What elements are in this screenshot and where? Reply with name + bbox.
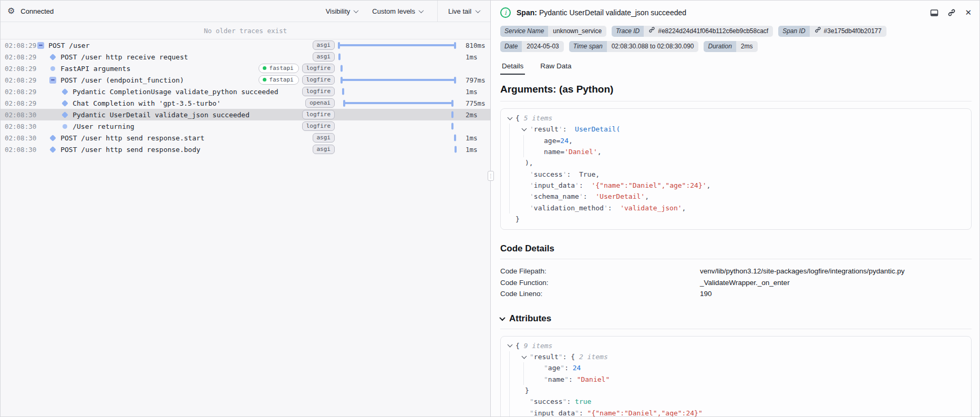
trace-row[interactable]: 02:08:29Chat Completion with 'gpt-3.5-tu… (1, 97, 490, 109)
code-line: } (506, 213, 966, 225)
dock-panel-icon[interactable] (930, 9, 938, 17)
panel-resize-handle[interactable]: ⋮ (488, 171, 494, 181)
code-line: 'input_data': '{"name":"Daniel","age":24… (506, 180, 966, 191)
chevron-down-icon (476, 8, 481, 13)
code-line: name='Daniel', (506, 146, 966, 157)
custom-levels-dropdown-label: Custom levels (372, 7, 415, 15)
trace-row[interactable]: 02:08:29POST /userasgi810ms (1, 39, 490, 51)
duration-label: 1ms (466, 88, 478, 96)
code-detail-row: Code Lineno:190 (500, 288, 972, 300)
code-detail-row: Code Function:_ValidateWrapper._on_enter (500, 277, 972, 289)
trace-row[interactable]: 02:08:30Pydantic UserDetail validate_jso… (1, 109, 490, 120)
trace-badges: asgi (313, 132, 335, 144)
indent-guide (509, 157, 520, 168)
trace-row[interactable]: 02:08:29Pydantic CompletionUsage validat… (1, 86, 490, 97)
scope-badge: logfire (302, 64, 335, 74)
duration-label: 1ms (466, 134, 478, 142)
duration-bar (338, 44, 456, 46)
indent-guide (509, 191, 520, 202)
metadata-chip: Service Nameunknown_service (500, 26, 606, 37)
live-tail-label: Live tail (448, 7, 471, 15)
chip-label: Date (500, 41, 522, 52)
trace-timestamp: 02:08:29 (1, 99, 36, 107)
duration-timeline (338, 97, 458, 109)
chip-label: Duration (704, 41, 736, 52)
trace-badges: asgi (313, 51, 335, 63)
trace-panel-header: ⚙ Connected Visibility Custom levels Liv… (1, 1, 490, 22)
code-details-heading-text: Code Details (500, 243, 554, 254)
code-detail-value: venv/lib/python3.12/site-packages/logfir… (700, 267, 904, 275)
trace-panel-controls: Visibility Custom levels Live tail (326, 1, 490, 22)
settings-gear-icon[interactable]: ⚙ (7, 7, 15, 15)
metadata-chip: Time span02:08:30.088 to 02:08:30.090 (569, 41, 699, 52)
code-details-table: Code Filepath:venv/lib/python3.12/site-p… (500, 266, 972, 300)
code-details-heading: Code Details (500, 243, 972, 259)
scope-badge: fastapi (259, 75, 298, 85)
collapse-chevron-icon[interactable] (506, 340, 515, 351)
duration-timeline (338, 120, 458, 132)
trace-timestamp: 02:08:30 (1, 134, 36, 142)
code-line: age=24, (506, 135, 966, 146)
trace-row[interactable]: 02:08:29POST /user (endpoint_function)fa… (1, 74, 490, 86)
custom-levels-dropdown[interactable]: Custom levels (372, 7, 423, 15)
code-line: } (506, 385, 966, 396)
trace-row[interactable]: 02:08:30POST /user http send response.bo… (1, 144, 490, 155)
link-icon[interactable] (648, 26, 655, 37)
collapse-toggle-icon[interactable] (36, 42, 45, 49)
collapse-chevron-icon[interactable] (520, 351, 530, 362)
span-metadata-chips: Service Nameunknown_serviceTrace ID#e822… (500, 26, 900, 52)
trace-badges: logfire (302, 120, 335, 132)
indent-guide (509, 124, 520, 135)
collapse-section-chevron-icon[interactable] (499, 315, 505, 321)
visibility-dropdown[interactable]: Visibility (326, 7, 358, 15)
chip-label: Span ID (778, 26, 809, 37)
span-title: Span:Pydantic UserDetail validate_json s… (517, 8, 686, 17)
duration-bar (451, 123, 453, 130)
tab-raw-data[interactable]: Raw Data (539, 60, 573, 75)
indent-guide (509, 385, 520, 396)
log-dot-icon (60, 124, 69, 129)
trace-row-list: 02:08:29POST /userasgi810ms02:08:29POST … (1, 39, 490, 155)
trace-span-label: POST /user http send response.body (60, 146, 200, 154)
span-diamond-icon (48, 136, 57, 140)
collapse-chevron-icon[interactable] (506, 113, 515, 124)
duration-timeline (338, 86, 458, 97)
close-icon[interactable]: ✕ (965, 9, 972, 17)
code-line: "result": { 2 items (506, 351, 966, 362)
span-title-text: Pydantic UserDetail validate_json succee… (539, 8, 686, 17)
code-line: 'success': True, (506, 168, 966, 179)
trace-row[interactable]: 02:08:30POST /user http send response.st… (1, 132, 490, 144)
metadata-chip: Duration2ms (704, 41, 757, 52)
code-line: "age": 24 (506, 362, 966, 373)
duration-bar (344, 102, 453, 104)
indent-guide (523, 362, 534, 373)
duration-bar (451, 111, 453, 118)
span-diamond-icon (48, 55, 57, 59)
trace-timestamp: 02:08:30 (1, 123, 36, 130)
duration-bar (455, 146, 457, 153)
trace-row[interactable]: 02:08:30/User returninglogfire (1, 120, 490, 132)
code-detail-value: 190 (700, 290, 712, 298)
collapse-toggle-icon[interactable] (48, 77, 57, 84)
code-line: 'result': UserDetail( (506, 124, 966, 135)
trace-span-label: POST /user http receive request (60, 53, 188, 61)
live-tail-dropdown[interactable]: Live tail (437, 1, 490, 22)
trace-badges: openai (305, 97, 335, 109)
link-icon[interactable] (814, 26, 821, 37)
chip-value: #e8224d24d41f064b112c6eb9cb58cacf (644, 26, 773, 37)
duration-timeline (338, 51, 458, 63)
trace-row[interactable]: 02:08:29POST /user http receive requesta… (1, 51, 490, 63)
scope-badge: asgi (313, 52, 335, 62)
copy-link-icon[interactable] (947, 8, 956, 17)
span-kind-label: Span: (517, 8, 537, 17)
span-detail-header: i Span:Pydantic UserDetail validate_json… (500, 6, 972, 19)
code-line: "input_data": "{"name":"Daniel","age":24… (506, 408, 966, 416)
trace-span-label: Pydantic CompletionUsage validate_python… (73, 88, 278, 96)
tab-details[interactable]: Details (500, 60, 525, 75)
trace-span-label: Chat Completion with 'gpt-3.5-turbo' (73, 99, 221, 107)
trace-badges: fastapilogfire (259, 74, 335, 86)
trace-row[interactable]: 02:08:29FastAPI argumentsfastapilogfire (1, 63, 490, 74)
collapse-chevron-icon[interactable] (520, 124, 530, 135)
duration-label: 1ms (466, 146, 478, 154)
scope-badge: asgi (313, 40, 335, 50)
